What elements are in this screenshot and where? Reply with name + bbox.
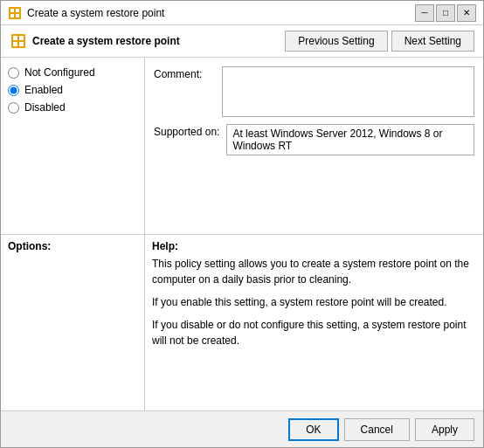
policy-icon bbox=[10, 32, 27, 50]
svg-rect-7 bbox=[19, 36, 24, 40]
prev-setting-button[interactable]: Previous Setting bbox=[285, 31, 387, 52]
help-paragraph-1: This policy setting allows you to create… bbox=[152, 256, 476, 287]
nav-buttons: Previous Setting Next Setting bbox=[285, 31, 474, 52]
not-configured-radio-item[interactable]: Not Configured bbox=[8, 66, 137, 79]
cancel-button[interactable]: Cancel bbox=[344, 418, 410, 441]
not-configured-label: Not Configured bbox=[24, 66, 95, 79]
enabled-radio-item[interactable]: Enabled bbox=[8, 84, 137, 96]
radio-group: Not Configured Enabled Disabled bbox=[8, 66, 137, 114]
title-bar-left: Create a system restore point bbox=[8, 6, 164, 20]
comment-label: Comment: bbox=[154, 66, 215, 80]
options-panel: Options: bbox=[1, 235, 145, 411]
title-bar: Create a system restore point ─ □ ✕ bbox=[1, 1, 483, 25]
minimize-button[interactable]: ─ bbox=[415, 4, 434, 22]
svg-rect-6 bbox=[13, 36, 17, 40]
disabled-radio[interactable] bbox=[8, 102, 19, 114]
options-header: Options: bbox=[8, 240, 137, 252]
right-panel: Comment: Supported on: At least Windows … bbox=[145, 58, 483, 234]
help-paragraph-3: If you disable or do not configure this … bbox=[152, 317, 476, 348]
disabled-radio-item[interactable]: Disabled bbox=[8, 101, 137, 114]
help-text: This policy setting allows you to create… bbox=[152, 256, 476, 348]
inner-title-text: Create a system restore point bbox=[32, 35, 180, 47]
ok-button[interactable]: OK bbox=[288, 418, 338, 441]
comment-row: Comment: bbox=[154, 66, 474, 117]
window-icon bbox=[8, 6, 22, 20]
window-title: Create a system restore point bbox=[27, 7, 164, 19]
title-bar-controls: ─ □ ✕ bbox=[415, 4, 476, 22]
footer: OK Cancel Apply bbox=[1, 410, 483, 447]
enabled-label: Enabled bbox=[24, 84, 63, 96]
svg-rect-8 bbox=[13, 42, 17, 46]
main-window: Create a system restore point ─ □ ✕ Crea… bbox=[0, 0, 484, 448]
left-panel: Not Configured Enabled Disabled bbox=[1, 58, 145, 234]
apply-button[interactable]: Apply bbox=[415, 418, 474, 441]
close-button[interactable]: ✕ bbox=[457, 4, 476, 22]
svg-rect-9 bbox=[19, 42, 24, 46]
comment-textarea[interactable] bbox=[222, 66, 474, 117]
supported-value: At least Windows Server 2012, Windows 8 … bbox=[226, 124, 474, 155]
disabled-label: Disabled bbox=[24, 101, 66, 114]
inner-title: Create a system restore point bbox=[10, 32, 180, 50]
maximize-button[interactable]: □ bbox=[436, 4, 455, 22]
supported-label: Supported on: bbox=[154, 124, 219, 138]
inner-header: Create a system restore point Previous S… bbox=[1, 25, 483, 58]
help-paragraph-2: If you enable this setting, a system res… bbox=[152, 294, 476, 310]
supported-row: Supported on: At least Windows Server 20… bbox=[154, 124, 474, 155]
next-setting-button[interactable]: Next Setting bbox=[391, 31, 474, 52]
not-configured-radio[interactable] bbox=[8, 67, 19, 79]
svg-rect-2 bbox=[16, 9, 19, 12]
svg-rect-4 bbox=[16, 14, 19, 17]
svg-rect-3 bbox=[10, 14, 14, 17]
content-area: Not Configured Enabled Disabled Comment:… bbox=[1, 58, 483, 234]
help-panel: Help: This policy setting allows you to … bbox=[145, 235, 483, 411]
enabled-radio[interactable] bbox=[8, 85, 19, 96]
svg-rect-1 bbox=[10, 9, 14, 12]
help-header: Help: bbox=[152, 240, 476, 252]
bottom-panels: Options: Help: This policy setting allow… bbox=[1, 234, 483, 411]
